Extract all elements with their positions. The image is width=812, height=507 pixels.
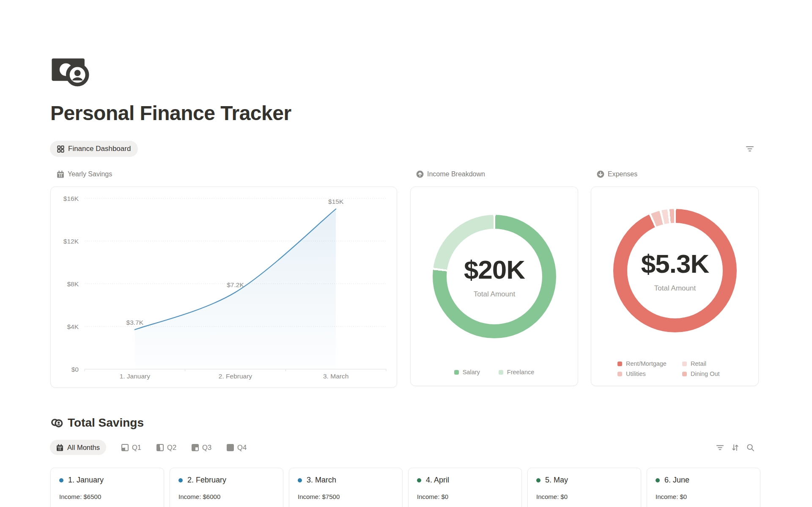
income-total-value: $20K: [464, 255, 525, 285]
quarter-3-icon: [192, 444, 199, 451]
svg-text:$15K: $15K: [328, 198, 344, 205]
quarter-2-icon: [156, 444, 164, 451]
legend-label: Retail: [691, 360, 706, 367]
month-card-june[interactable]: 6. June Income: $0: [647, 468, 760, 507]
legend-label: Rent/Mortgage: [626, 360, 667, 367]
svg-text:$3.7K: $3.7K: [126, 319, 144, 326]
view-tabs: Finance Dashboard: [50, 141, 138, 157]
legend-swatch: [454, 370, 459, 375]
legend-item: Freelance: [499, 369, 534, 375]
month-income: Income: $6000: [178, 493, 274, 500]
income-donut-chart: $20K Total Amount: [433, 215, 556, 338]
filter-all-months[interactable]: All Months: [50, 440, 106, 455]
total-savings-label: Total Savings: [68, 416, 144, 430]
svg-text:$12K: $12K: [63, 238, 79, 245]
yearly-savings-header: Yearly Savings: [57, 170, 112, 179]
all-months-label: All Months: [67, 444, 100, 452]
month-status-icon: [536, 478, 540, 482]
month-income: Income: $6500: [59, 493, 155, 500]
q4-label: Q4: [237, 444, 247, 452]
legend-item: Rent/Mortgage: [617, 360, 682, 367]
legend-swatch: [682, 362, 687, 366]
q2-label: Q2: [167, 444, 176, 452]
month-card-may[interactable]: 5. May Income: $0: [527, 468, 641, 507]
month-income: Income: $0: [536, 493, 632, 500]
legend-label: Utilities: [626, 370, 646, 377]
filter-icon[interactable]: [716, 443, 724, 452]
filter-q2[interactable]: Q2: [156, 444, 176, 452]
calendar-icon: [56, 444, 63, 451]
circle-arrow-up-icon: [416, 170, 424, 178]
svg-text:2. February: 2. February: [219, 373, 252, 380]
month-income: Income: $7500: [298, 493, 394, 500]
expenses-label: Expenses: [608, 170, 637, 178]
calendar-icon: [57, 170, 64, 178]
month-status-icon: [656, 478, 660, 482]
search-icon[interactable]: [746, 443, 755, 452]
quarter-1-icon: [121, 444, 129, 451]
yearly-savings-chart-card: $16K$12K$8K$4K$01. January2. February3. …: [50, 186, 397, 388]
legend-swatch: [617, 362, 622, 366]
sort-icon[interactable]: [731, 443, 740, 452]
income-breakdown-header: Income Breakdown: [416, 170, 485, 179]
legend-label: Salary: [463, 369, 480, 375]
quarter-4-icon: [227, 444, 234, 451]
legend-label: Freelance: [507, 369, 534, 375]
legend-swatch: [499, 370, 503, 375]
income-breakdown-label: Income Breakdown: [427, 170, 485, 178]
tab-finance-dashboard[interactable]: Finance Dashboard: [50, 141, 138, 157]
month-status-icon: [59, 478, 63, 482]
expenses-total-label: Total Amount: [654, 284, 696, 293]
month-title: 6. June: [664, 476, 689, 485]
month-card-april[interactable]: 4. April Income: $0: [408, 468, 522, 507]
svg-text:$4K: $4K: [67, 323, 79, 330]
coins-icon: [51, 418, 63, 428]
month-status-icon: [178, 478, 183, 482]
svg-text:$7.2K: $7.2K: [227, 281, 244, 288]
month-card-march[interactable]: 3. March Income: $7500: [289, 468, 403, 507]
svg-text:1. January: 1. January: [120, 373, 151, 380]
circle-arrow-down-icon: [597, 170, 604, 178]
months-card-row: 1. January Income: $6500 2. February Inc…: [50, 468, 760, 507]
month-title: 2. February: [187, 476, 226, 485]
filter-q1[interactable]: Q1: [121, 444, 141, 452]
months-filter-row: All Months Q1 Q2 Q3 Q4: [50, 440, 247, 455]
expenses-donut-chart: $5.3K Total Amount: [613, 209, 737, 332]
month-title: 5. May: [545, 476, 568, 485]
total-savings-heading: Total Savings: [51, 416, 144, 430]
month-title: 1. January: [68, 476, 104, 485]
tab-label: Finance Dashboard: [68, 145, 131, 153]
page-money-icon: [51, 56, 93, 88]
legend-item: Dining Out: [682, 370, 720, 377]
income-total-label: Total Amount: [474, 290, 515, 299]
svg-text:$0: $0: [71, 366, 79, 373]
month-card-february[interactable]: 2. February Income: $6000: [170, 468, 283, 507]
month-card-january[interactable]: 1. January Income: $6500: [50, 468, 164, 507]
income-breakdown-card: $20K Total Amount Salary Freelance: [410, 186, 578, 386]
months-toolbar-icons: [716, 443, 755, 452]
grid-view-icon: [57, 145, 64, 153]
dashboard-filter-icon[interactable]: [745, 144, 754, 153]
month-title: 4. April: [426, 476, 449, 485]
svg-text:$8K: $8K: [67, 280, 79, 288]
svg-text:3. March: 3. March: [323, 373, 348, 380]
q3-label: Q3: [202, 444, 211, 452]
legend-swatch: [617, 372, 622, 376]
svg-text:$16K: $16K: [63, 195, 79, 202]
legend-item: Utilities: [617, 370, 682, 377]
q1-label: Q1: [132, 444, 141, 452]
filter-q4[interactable]: Q4: [227, 444, 247, 452]
legend-item: Retail: [682, 360, 720, 367]
expenses-header: Expenses: [597, 170, 637, 179]
month-title: 3. March: [307, 476, 336, 485]
legend-swatch: [682, 372, 687, 376]
yearly-savings-line-chart: $16K$12K$8K$4K$01. January2. February3. …: [51, 187, 398, 388]
expenses-legend: Rent/Mortgage Retail Utilities Dining Ou…: [617, 360, 720, 377]
legend-item: Salary: [454, 369, 480, 375]
month-status-icon: [298, 478, 302, 482]
month-status-icon: [417, 478, 421, 482]
filter-q3[interactable]: Q3: [192, 444, 211, 452]
month-income: Income: $0: [656, 493, 752, 500]
expenses-total-value: $5.3K: [641, 249, 709, 279]
income-legend: Salary Freelance: [411, 369, 578, 375]
